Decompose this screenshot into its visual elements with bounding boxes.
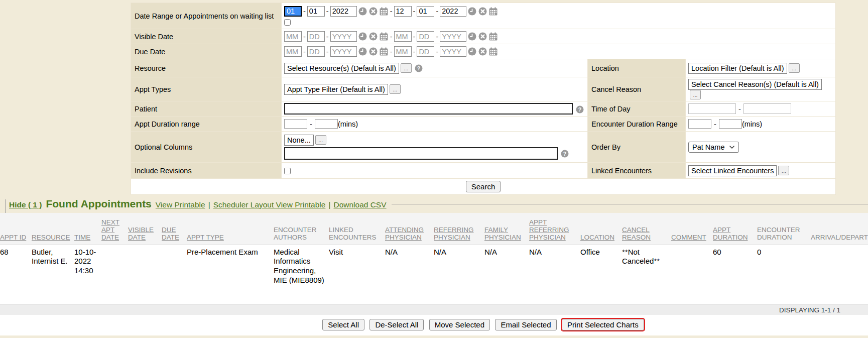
clock-icon[interactable] bbox=[468, 47, 476, 56]
help-icon[interactable]: ? bbox=[561, 150, 569, 158]
linked-encounters-select[interactable]: Select Linked Encounters bbox=[688, 165, 777, 176]
appt-duration-to-input[interactable] bbox=[315, 119, 338, 129]
calendar-icon[interactable] bbox=[380, 7, 388, 16]
time-of-day-from-input[interactable] bbox=[688, 103, 736, 114]
optional-columns-select[interactable]: None... bbox=[284, 135, 314, 146]
clear-icon[interactable] bbox=[369, 7, 378, 16]
calendar-icon[interactable] bbox=[489, 7, 498, 16]
email-selected-button[interactable]: Email Selected bbox=[495, 319, 556, 330]
appt-type-filter-select[interactable]: Appt Type Filter (Default is All) bbox=[284, 84, 388, 95]
encounter-duration-from-input[interactable] bbox=[688, 119, 711, 129]
col-appt-id[interactable]: APPT ID bbox=[0, 213, 32, 244]
filter-form-section: Date Range or Appointments on waiting li… bbox=[0, 0, 868, 195]
resource-browse-button[interactable]: ... bbox=[401, 63, 412, 73]
link-separator: | bbox=[208, 200, 210, 209]
location-filter-select[interactable]: Location Filter (Default is All) bbox=[688, 63, 787, 74]
col-appt-type[interactable]: APPT TYPE bbox=[187, 213, 274, 244]
view-printable-link[interactable]: View Printable bbox=[156, 200, 205, 209]
clear-icon[interactable] bbox=[478, 7, 487, 16]
visible-date-end-month-input[interactable] bbox=[394, 31, 412, 42]
patient-input[interactable] bbox=[284, 103, 573, 115]
encounter-duration-to-input[interactable] bbox=[719, 119, 742, 129]
clear-icon[interactable] bbox=[478, 32, 487, 41]
col-appt-duration[interactable]: APPT DURATION bbox=[713, 213, 757, 244]
appointment-search-page: Date Range or Appointments on waiting li… bbox=[0, 0, 868, 338]
clock-icon[interactable] bbox=[358, 32, 367, 41]
col-time[interactable]: TIME bbox=[74, 213, 101, 244]
cancel-reason-filter-select[interactable]: Select Cancel Reason(s) (Default is All) bbox=[688, 79, 822, 90]
visible-date-start-year-input[interactable] bbox=[330, 31, 357, 42]
due-date-end-month-input[interactable] bbox=[394, 46, 412, 57]
visible-date-end-year-input[interactable] bbox=[440, 31, 466, 42]
date-range-start-month-input[interactable] bbox=[284, 6, 302, 17]
print-selected-charts-button[interactable]: Print Selected Charts bbox=[562, 319, 644, 330]
clear-icon[interactable] bbox=[369, 47, 378, 56]
clear-icon[interactable] bbox=[478, 47, 487, 56]
appt-duration-from-input[interactable] bbox=[284, 119, 307, 129]
date-range-start-year-input[interactable] bbox=[330, 6, 357, 17]
order-by-select[interactable]: Pat Name bbox=[688, 142, 739, 153]
location-label: Location bbox=[588, 59, 686, 77]
clock-icon[interactable] bbox=[358, 47, 367, 56]
clock-icon[interactable] bbox=[468, 32, 476, 41]
col-due-date[interactable]: DUE DATE bbox=[162, 213, 187, 244]
page-background bbox=[0, 335, 868, 338]
visible-date-end-day-input[interactable] bbox=[417, 31, 434, 42]
col-cancel-reason[interactable]: CANCEL REASON bbox=[622, 213, 671, 244]
clock-icon[interactable] bbox=[358, 7, 367, 16]
time-of-day-to-input[interactable] bbox=[743, 103, 791, 114]
move-selected-button[interactable]: Move Selected bbox=[429, 319, 490, 330]
linked-encounters-browse-button[interactable]: ... bbox=[778, 166, 789, 175]
help-icon[interactable]: ? bbox=[576, 105, 584, 114]
select-all-button[interactable]: Select All bbox=[322, 319, 364, 330]
visible-date-start-month-input[interactable] bbox=[284, 31, 302, 42]
clear-icon[interactable] bbox=[369, 32, 378, 41]
col-next-apt-date[interactable]: NEXT APT DATE bbox=[101, 213, 128, 244]
scheduler-layout-view-printable-link[interactable]: Scheduler Layout View Printable bbox=[213, 200, 326, 209]
date-range-end-month-input[interactable] bbox=[394, 6, 412, 17]
cell-family-physician: N/A bbox=[484, 244, 529, 304]
due-date-end-year-input[interactable] bbox=[440, 46, 466, 57]
col-appt-referring-physician[interactable]: APPT REFERRING PHYSICIAN bbox=[529, 213, 580, 244]
calendar-icon[interactable] bbox=[380, 47, 388, 56]
due-date-start-month-input[interactable] bbox=[284, 46, 302, 57]
hide-link[interactable]: Hide ( 1 ) bbox=[9, 200, 42, 209]
due-date-start-day-input[interactable] bbox=[307, 46, 325, 57]
col-resource[interactable]: RESOURCE bbox=[32, 213, 74, 244]
col-visible-date[interactable]: VISIBLE DATE bbox=[128, 213, 162, 244]
search-button[interactable]: Search bbox=[466, 181, 501, 192]
due-date-label: Due Date bbox=[131, 44, 282, 59]
col-comment[interactable]: COMMENT bbox=[671, 213, 713, 244]
cell-encounter-duration: 0 bbox=[757, 244, 811, 304]
table-header-row: APPT ID RESOURCE TIME NEXT APT DATE VISI… bbox=[0, 213, 868, 244]
download-csv-link[interactable]: Download CSV bbox=[333, 200, 386, 209]
col-family-physician[interactable]: FAMILY PHYSICIAN bbox=[484, 213, 529, 244]
clock-icon[interactable] bbox=[468, 7, 476, 16]
cell-appt-id: 68 bbox=[0, 244, 32, 304]
col-location[interactable]: LOCATION bbox=[580, 213, 622, 244]
calendar-icon[interactable] bbox=[489, 32, 498, 41]
cancel-reason-browse-button[interactable]: ... bbox=[690, 90, 701, 99]
col-encounter-authors: ENCOUNTER AUTHORS bbox=[274, 213, 329, 244]
waiting-list-checkbox[interactable] bbox=[284, 19, 291, 26]
due-date-end-day-input[interactable] bbox=[417, 46, 434, 57]
date-range-end-day-input[interactable] bbox=[417, 6, 434, 17]
col-referring-physician[interactable]: REFERRING PHYSICIAN bbox=[434, 213, 484, 244]
calendar-icon[interactable] bbox=[489, 47, 498, 56]
date-range-start-day-input[interactable] bbox=[307, 6, 325, 17]
deselect-all-button[interactable]: De-Select All bbox=[369, 319, 424, 330]
col-attending-physician[interactable]: ATTENDING PHYSICIAN bbox=[385, 213, 434, 244]
due-date-start-year-input[interactable] bbox=[330, 46, 357, 57]
help-icon[interactable]: ? bbox=[415, 64, 423, 72]
visible-date-start-day-input[interactable] bbox=[307, 31, 325, 42]
calendar-icon[interactable] bbox=[380, 32, 388, 41]
resource-filter-select[interactable]: Select Resource(s) (Default is All) bbox=[284, 63, 399, 74]
optional-columns-input[interactable] bbox=[284, 147, 558, 160]
date-range-end-year-input[interactable] bbox=[440, 6, 466, 17]
include-revisions-checkbox[interactable] bbox=[284, 168, 291, 174]
location-browse-button[interactable]: ... bbox=[789, 63, 800, 73]
appointments-table: APPT ID RESOURCE TIME NEXT APT DATE VISI… bbox=[0, 213, 868, 304]
optional-columns-browse-button[interactable]: ... bbox=[315, 135, 326, 145]
table-row[interactable]: 68 Butler, Internist E. 10-10-2022 14:30… bbox=[0, 244, 868, 304]
appt-type-browse-button[interactable]: ... bbox=[390, 84, 401, 94]
